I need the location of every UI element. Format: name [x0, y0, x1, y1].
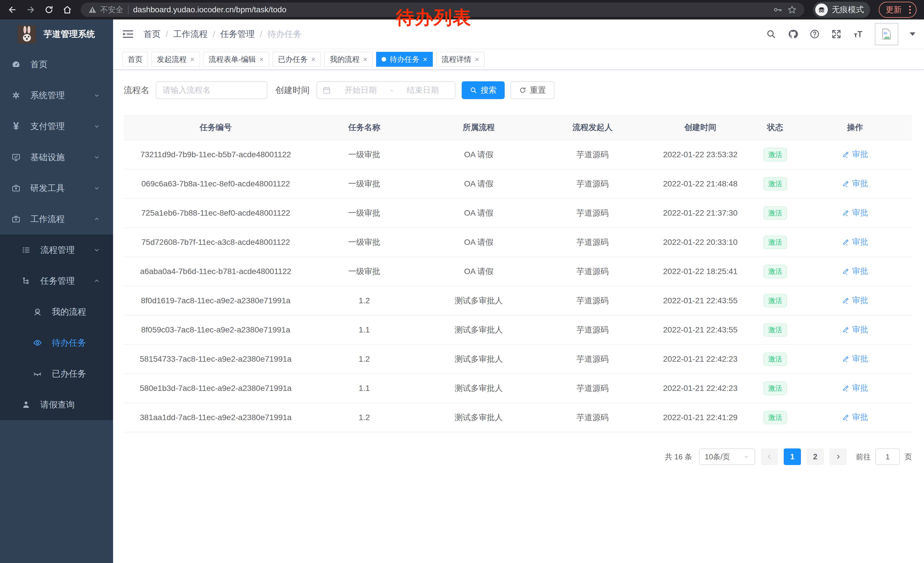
task-name: 1.1 — [358, 384, 370, 393]
tab-close-icon[interactable]: × — [475, 56, 479, 63]
approve-link[interactable]: 审批 — [842, 295, 868, 306]
breadcrumb-workflow[interactable]: 工作流程 — [173, 29, 207, 40]
reload-icon[interactable] — [44, 5, 54, 15]
sidebar-item-process-mgmt[interactable]: 流程管理 — [0, 234, 113, 266]
approve-link[interactable]: 审批 — [842, 383, 868, 393]
edit-pencil-icon — [842, 326, 850, 333]
approve-link[interactable]: 审批 — [842, 266, 868, 277]
calendar-icon — [322, 86, 331, 95]
app-logo-row[interactable]: 芋道管理系统 — [0, 20, 113, 49]
tab-start-process[interactable]: 发起流程× — [152, 52, 200, 67]
sidebar-item-todo-tasks[interactable]: 待办任务 — [0, 327, 113, 358]
approve-link[interactable]: 审批 — [842, 237, 868, 248]
sidebar-item-workflow[interactable]: 工作流程 — [0, 204, 113, 234]
tab-form-edit[interactable]: 流程表单-编辑× — [203, 52, 269, 67]
tab-close-icon[interactable]: × — [423, 56, 427, 63]
bookmark-star-icon[interactable] — [787, 5, 797, 15]
font-size-icon[interactable] — [853, 29, 863, 39]
approve-link[interactable]: 审批 — [842, 353, 868, 364]
avatar-dropdown-caret-icon[interactable] — [910, 32, 915, 36]
tasks-table: 任务编号 任务名称 所属流程 流程发起人 创建时间 状态 操作 73211d9d… — [124, 115, 912, 432]
table-row[interactable]: a6aba0a4-7b6d-11ec-b781-acde48001122 一级审… — [124, 257, 912, 286]
update-button[interactable]: 更新 — [879, 2, 916, 18]
key-icon[interactable] — [773, 5, 783, 15]
search-icon[interactable] — [766, 29, 776, 39]
tab-done-tasks[interactable]: 已办任务× — [273, 52, 321, 67]
table-row[interactable]: 8f059c03-7ac8-11ec-a9e2-a2380e71991a 1.1… — [124, 315, 912, 344]
table-row[interactable]: 8f0d1619-7ac8-11ec-a9e2-a2380e71991a 1.2… — [124, 286, 912, 315]
reset-button[interactable]: 重置 — [510, 81, 555, 99]
next-page-button[interactable] — [830, 449, 847, 465]
sidebar-item-task-mgmt[interactable]: 任务管理 — [0, 266, 113, 296]
url-text[interactable]: dashboard.yudao.iocoder.cn/bpm/task/todo — [133, 5, 286, 14]
sidebar-item-infra[interactable]: 基础设施 — [0, 142, 113, 173]
goto-page-input[interactable] — [875, 449, 900, 465]
fullscreen-icon[interactable] — [831, 29, 842, 39]
tab-close-icon[interactable]: × — [363, 56, 367, 63]
prev-page-button[interactable] — [761, 449, 778, 465]
process-name-input[interactable] — [156, 81, 267, 99]
home-icon[interactable] — [62, 5, 72, 15]
approve-link[interactable]: 审批 — [842, 178, 868, 189]
page-unit-label: 页 — [904, 452, 912, 462]
page-button-2[interactable]: 2 — [807, 449, 824, 465]
sidebar-item-leave-query[interactable]: 请假查询 — [0, 389, 113, 420]
page-size-select[interactable]: 10条/页 — [699, 449, 755, 465]
tab-my-process[interactable]: 我的流程× — [324, 52, 373, 67]
edit-pencil-icon — [842, 413, 850, 421]
tab-home[interactable]: 首页 — [122, 52, 148, 67]
search-icon — [470, 87, 477, 94]
chevron-down-icon — [93, 185, 100, 192]
page-button-1[interactable]: 1 — [784, 449, 801, 465]
tab-process-detail[interactable]: 流程详情× — [436, 52, 484, 67]
back-icon[interactable] — [8, 5, 17, 15]
approve-link[interactable]: 审批 — [842, 207, 868, 218]
edit-pencil-icon — [842, 296, 850, 305]
help-icon[interactable] — [810, 29, 820, 39]
sidebar-item-payment[interactable]: ¥ 支付管理 — [0, 111, 113, 142]
table-row[interactable]: 580e1b3d-7ac8-11ec-a9e2-a2380e71991a 1.1… — [124, 374, 912, 403]
pagination: 共 16 条 10条/页 1 2 前往 页 — [113, 449, 912, 465]
breadcrumb-task-mgmt[interactable]: 任务管理 — [220, 29, 255, 40]
task-created-time: 2022-01-22 21:37:30 — [663, 209, 738, 217]
approve-link[interactable]: 审批 — [842, 149, 868, 160]
collapse-sidebar-icon[interactable] — [122, 29, 134, 39]
tab-todo-tasks[interactable]: 待办任务× — [376, 52, 432, 67]
table-row[interactable]: 75d72608-7b7f-11ec-a3c8-acde48001122 一级审… — [124, 228, 912, 257]
task-starter: 芋道源码 — [576, 179, 609, 188]
browser-menu-icon[interactable] — [907, 6, 913, 14]
chevron-up-icon — [93, 215, 100, 223]
end-date-input[interactable] — [396, 86, 450, 95]
sidebar-item-done-tasks[interactable]: 已办任务 — [0, 358, 113, 389]
tab-close-icon[interactable]: × — [190, 56, 194, 63]
incognito-icon — [815, 3, 828, 16]
task-starter: 芋道源码 — [576, 296, 609, 305]
sidebar-item-devtools[interactable]: 研发工具 — [0, 173, 113, 204]
incognito-label: 无痕模式 — [832, 4, 864, 15]
start-date-input[interactable] — [334, 86, 388, 95]
table-row[interactable]: 381aa1dd-7ac8-11ec-a9e2-a2380e71991a 1.2… — [124, 403, 912, 432]
tab-close-icon[interactable]: × — [260, 56, 264, 63]
sidebar-item-system[interactable]: 系统管理 — [0, 80, 113, 111]
table-row[interactable]: 73211d9d-7b9b-11ec-b5b7-acde48001122 一级审… — [124, 140, 912, 169]
table-row[interactable]: 58154733-7ac8-11ec-a9e2-a2380e71991a 1.2… — [124, 344, 912, 374]
approve-link[interactable]: 审批 — [842, 324, 868, 335]
task-name: 一级审批 — [348, 238, 380, 246]
user-avatar[interactable] — [875, 23, 898, 45]
col-starter: 流程发起人 — [537, 115, 648, 140]
approve-link[interactable]: 审批 — [842, 412, 868, 423]
table-row[interactable]: 069c6a63-7b8a-11ec-8ef0-acde48001122 一级审… — [124, 169, 912, 198]
table-row[interactable]: 725a1eb6-7b88-11ec-8ef0-acde48001122 一级审… — [124, 198, 912, 228]
breadcrumb-home[interactable]: 首页 — [143, 29, 160, 40]
sidebar-item-home[interactable]: 首页 — [0, 49, 113, 80]
search-button[interactable]: 搜索 — [462, 81, 505, 99]
tab-close-icon[interactable]: × — [311, 56, 315, 63]
sidebar-item-my-process[interactable]: 我的流程 — [0, 296, 113, 327]
github-icon[interactable] — [788, 29, 798, 39]
edit-pencil-icon — [842, 238, 850, 246]
forward-icon[interactable] — [26, 5, 36, 15]
update-label: 更新 — [886, 4, 902, 15]
date-range-picker[interactable]: - — [316, 81, 455, 99]
yen-icon: ¥ — [12, 122, 21, 131]
security-status[interactable]: 不安全 — [88, 5, 123, 15]
